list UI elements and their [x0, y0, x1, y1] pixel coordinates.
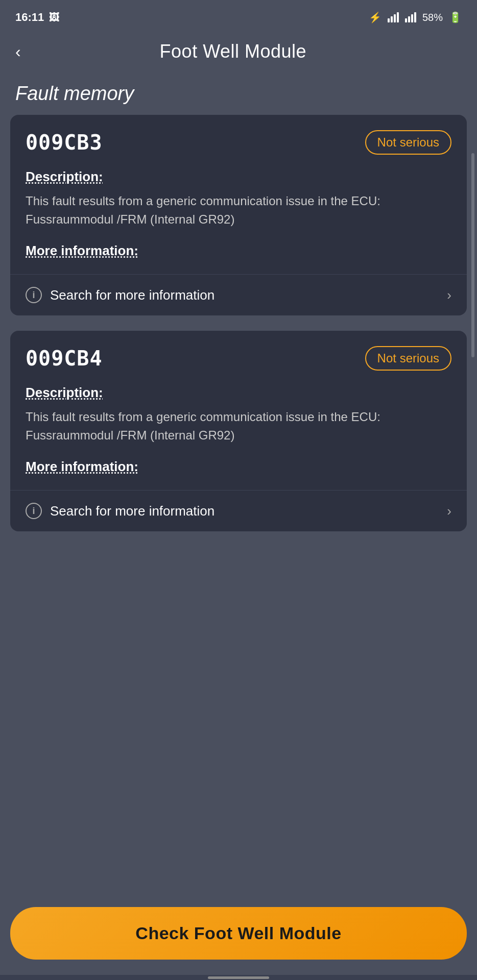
fault-card-1-header: 009CB3 Not serious — [26, 130, 451, 155]
fault-code-2: 009CB4 — [26, 347, 103, 370]
page-title: Foot Well Module — [31, 41, 435, 62]
search-row-1-left: i Search for more information — [26, 287, 214, 303]
severity-badge-1: Not serious — [365, 130, 451, 155]
chevron-right-icon-1: › — [447, 287, 451, 303]
chevron-right-icon-2: › — [447, 503, 451, 519]
search-text-1: Search for more information — [50, 287, 214, 303]
info-icon-1: i — [26, 287, 42, 303]
status-bar-left: 16:11 🖼 — [15, 11, 59, 24]
more-info-label-1: More information: — [26, 243, 451, 259]
battery-percentage: 58% — [422, 12, 443, 23]
battery-icon: 🔋 — [449, 11, 462, 23]
image-icon: 🖼 — [49, 12, 59, 23]
search-row-2-left: i Search for more information — [26, 503, 214, 519]
scroll-indicator — [471, 153, 474, 357]
more-info-label-2: More information: — [26, 459, 451, 475]
bluetooth-icon: ⚡ — [369, 11, 381, 23]
page-header: ‹ Foot Well Module — [0, 31, 477, 78]
check-button[interactable]: Check Foot Well Module — [10, 907, 467, 960]
description-label-2: Description: — [26, 385, 451, 401]
signal-bars-2 — [405, 12, 416, 22]
nav-indicator — [208, 976, 269, 979]
fault-card-1: 009CB3 Not serious Description: This fau… — [10, 115, 467, 315]
signal-bars-1 — [388, 12, 399, 22]
fault-card-2: 009CB4 Not serious Description: This fau… — [10, 331, 467, 531]
fault-card-2-body: 009CB4 Not serious Description: This fau… — [10, 331, 467, 490]
search-row-2[interactable]: i Search for more information › — [10, 491, 467, 531]
search-row-1[interactable]: i Search for more information › — [10, 275, 467, 315]
status-bar: 16:11 🖼 ⚡ 58% 🔋 — [0, 0, 477, 31]
description-text-2: This fault results from a generic commun… — [26, 408, 451, 445]
fault-card-2-header: 009CB4 Not serious — [26, 346, 451, 371]
fault-code-1: 009CB3 — [26, 131, 103, 154]
bottom-nav — [0, 975, 477, 980]
search-text-2: Search for more information — [50, 503, 214, 519]
info-icon-2: i — [26, 503, 42, 519]
description-label-1: Description: — [26, 169, 451, 185]
bottom-button-container: Check Foot Well Module — [0, 907, 477, 960]
status-bar-right: ⚡ 58% 🔋 — [369, 11, 462, 23]
section-title: Fault memory — [0, 78, 477, 115]
fault-card-1-body: 009CB3 Not serious Description: This fau… — [10, 115, 467, 274]
severity-badge-2: Not serious — [365, 346, 451, 371]
back-button[interactable]: ‹ — [15, 43, 21, 60]
time-display: 16:11 — [15, 11, 44, 24]
description-text-1: This fault results from a generic commun… — [26, 192, 451, 229]
